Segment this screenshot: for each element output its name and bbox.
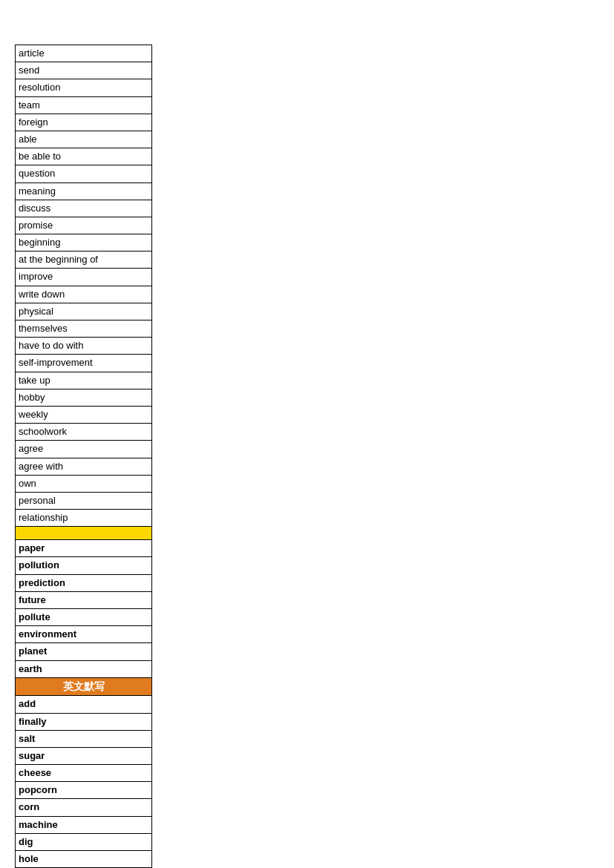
list-item: promise	[16, 217, 152, 234]
list-item: agree with	[16, 458, 152, 475]
list-item: write down	[16, 286, 152, 303]
list-item: planet	[16, 643, 152, 660]
list-item: hobby	[16, 389, 152, 406]
list-item: discuss	[16, 200, 152, 217]
list-item: add	[16, 696, 152, 713]
list-item: cheese	[16, 765, 152, 782]
list-item: able	[16, 131, 152, 148]
list-item: improve	[16, 269, 152, 286]
list-item: environment	[16, 626, 152, 643]
list-item: have to do with	[16, 338, 152, 355]
list-item: relationship	[16, 510, 152, 527]
list-item: article	[16, 45, 152, 62]
list-item: resolution	[16, 79, 152, 96]
list-item: salt	[16, 730, 152, 747]
list-item: finally	[16, 713, 152, 730]
list-item: pollution	[16, 557, 152, 574]
list-item: question	[16, 165, 152, 183]
list-item: take up	[16, 372, 152, 389]
list-item: future	[16, 591, 152, 608]
list-item: team	[16, 96, 152, 114]
list-item: earth	[16, 660, 152, 677]
list-item: schoolwork	[16, 424, 152, 441]
list-item: be able to	[16, 148, 152, 165]
list-item: hole	[16, 851, 152, 868]
list-item: meaning	[16, 183, 152, 200]
list-item	[16, 527, 152, 540]
list-item: machine	[16, 816, 152, 833]
list-item: weekly	[16, 406, 152, 423]
list-item: pollute	[16, 609, 152, 626]
list-item: send	[16, 62, 152, 79]
list-item: sugar	[16, 747, 152, 764]
word-table: articlesendresolutionteamforeignablebe a…	[15, 45, 152, 868]
list-item: themselves	[16, 320, 152, 338]
list-item: paper	[16, 540, 152, 557]
list-item: 英文默写	[16, 677, 152, 696]
list-item: own	[16, 475, 152, 492]
list-item: agree	[16, 441, 152, 458]
list-item: at the beginning of	[16, 251, 152, 269]
list-item: popcorn	[16, 782, 152, 799]
list-item: dig	[16, 833, 152, 850]
list-item: foreign	[16, 114, 152, 131]
list-item: self-improvement	[16, 355, 152, 372]
list-item: prediction	[16, 574, 152, 591]
list-item: corn	[16, 799, 152, 816]
list-item: beginning	[16, 234, 152, 251]
list-item: physical	[16, 303, 152, 320]
list-item: personal	[16, 492, 152, 509]
